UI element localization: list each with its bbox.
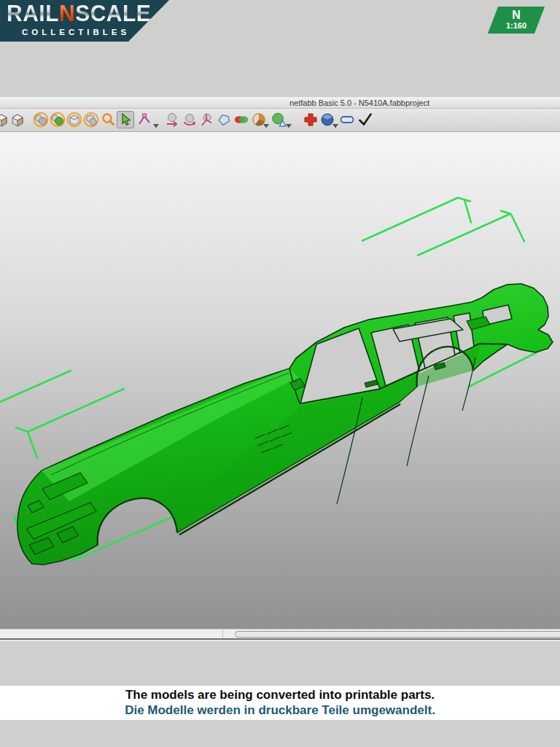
scale-badge-ratio: 1:160: [506, 22, 526, 31]
window-title: netfabb Basic 5.0 - N5410A.fabbproject: [289, 98, 429, 107]
rotate-part-icon[interactable]: [182, 112, 198, 128]
brand-title-scale: SCALE: [75, 1, 151, 26]
repair-cross-icon[interactable]: [303, 112, 319, 128]
model-car-body[interactable]: [18, 284, 553, 565]
measure-caliper-icon[interactable]: [136, 112, 152, 128]
window-titlebar[interactable]: netfabb Basic 5.0 - N5410A.fabbproject: [0, 97, 560, 109]
brand-title: RAILNSCALE: [7, 2, 151, 25]
brand-title-rail: RAIL: [7, 1, 59, 26]
collision-ellipses-icon[interactable]: [233, 112, 249, 128]
scrollbar-divider: [222, 630, 223, 638]
wireframe-cube-icon[interactable]: [66, 112, 82, 128]
caption-english: The models are being converted into prin…: [0, 688, 560, 703]
cube-sphere-icon[interactable]: [83, 112, 99, 128]
netfabb-window: netfabb Basic 5.0 - N5410A.fabbproject: [0, 97, 560, 641]
new-platform-icon[interactable]: [0, 112, 9, 128]
caption-german: Die Modelle werden in druckbare Teile um…: [0, 703, 560, 718]
brand-subtitle: COLLECTIBLES: [22, 28, 130, 36]
caption-band: The models are being converted into prin…: [0, 686, 560, 720]
horizontal-scrollbar: [0, 629, 560, 640]
viewport-canvas[interactable]: [0, 132, 560, 629]
move-part-icon[interactable]: [164, 112, 180, 128]
select-cursor-icon[interactable]: [117, 111, 134, 128]
slice-dropdown-icon[interactable]: [332, 118, 338, 123]
brand-flag: RAILNSCALE COLLECTIBLES: [0, 0, 175, 42]
measure-pill-icon[interactable]: [339, 112, 355, 128]
analysis-dropdown-icon[interactable]: [263, 118, 269, 123]
scale-badge-letter: N: [512, 9, 521, 22]
scale-badge: N 1:160: [488, 7, 545, 34]
apply-check-icon[interactable]: [357, 112, 373, 128]
part-green-sphere-icon[interactable]: [50, 112, 66, 128]
brand-title-n: N: [59, 1, 75, 26]
zoom-magnifier-icon[interactable]: [101, 112, 117, 128]
cut-polygon-icon[interactable]: [216, 112, 232, 128]
scale-axes-icon[interactable]: [198, 112, 214, 128]
repair-wizard-icon[interactable]: [271, 112, 287, 128]
add-part-cube-icon[interactable]: [9, 112, 26, 128]
toolbar: [0, 109, 560, 132]
measure-dropdown-icon[interactable]: [153, 118, 159, 123]
parts-spheres-icon[interactable]: [33, 112, 49, 128]
scrollbar-thumb[interactable]: [235, 631, 560, 638]
repair-wizard-dropdown-icon[interactable]: [286, 118, 292, 123]
viewport-3d[interactable]: [0, 132, 560, 629]
